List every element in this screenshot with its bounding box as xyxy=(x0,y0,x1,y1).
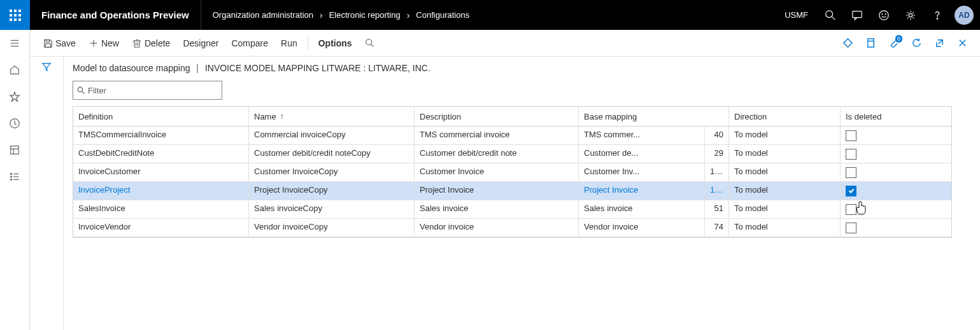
table-row[interactable]: InvoiceCustomerCustomer InvoiceCopyCusto… xyxy=(73,163,951,182)
cell-base-mapping-id[interactable]: 40 xyxy=(705,127,729,144)
table-row[interactable]: TMSCommercialInvoiceCommercial invoiceCo… xyxy=(73,127,951,145)
cell-description[interactable]: Customer debit/credit note xyxy=(415,145,579,163)
column-header-direction[interactable]: Direction xyxy=(729,107,841,126)
nav-toggle-button[interactable] xyxy=(0,30,30,57)
help-button[interactable] xyxy=(924,0,951,30)
table-row[interactable]: InvoiceProjectProject InvoiceCopyProject… xyxy=(73,182,951,200)
cell-definition[interactable]: InvoiceProject xyxy=(73,182,249,200)
cell-base-mapping[interactable]: Vendor invoice xyxy=(579,219,705,237)
waffle-button[interactable] xyxy=(0,0,30,30)
cell-name[interactable]: Customer debit/credit noteCopy xyxy=(249,145,415,163)
options-button[interactable]: Options xyxy=(312,30,359,56)
favorites-button[interactable] xyxy=(0,83,30,110)
company-code[interactable]: USMF xyxy=(776,10,817,20)
cell-description[interactable]: TMS commercial invoice xyxy=(415,127,579,144)
column-header-name[interactable]: Name↑ xyxy=(249,107,415,126)
cell-description[interactable]: Vendor invoice xyxy=(415,219,579,237)
column-header-base-mapping[interactable]: Base mapping xyxy=(579,107,729,126)
modules-button[interactable] xyxy=(0,163,30,190)
is-deleted-checkbox[interactable] xyxy=(846,149,856,160)
cell-definition[interactable]: TMSCommercialInvoice xyxy=(73,127,249,144)
table-row[interactable]: SalesInvoiceSales invoiceCopySales invoi… xyxy=(73,200,951,219)
svg-rect-6 xyxy=(10,18,12,21)
cell-description[interactable]: Customer Invoice xyxy=(415,163,579,181)
cell-is-deleted xyxy=(841,163,914,181)
is-deleted-checkbox[interactable] xyxy=(846,223,856,233)
designer-button[interactable]: Designer xyxy=(176,30,225,56)
clock-icon xyxy=(9,118,20,129)
cell-base-mapping-id[interactable]: 29 xyxy=(705,145,729,163)
cell-direction[interactable]: To model xyxy=(729,145,841,163)
column-header-description[interactable]: Description xyxy=(415,107,579,126)
grid-filter-input[interactable] xyxy=(88,86,218,95)
cell-name[interactable]: Customer InvoiceCopy xyxy=(249,163,415,181)
diamond-icon xyxy=(842,38,853,48)
is-deleted-checkbox[interactable] xyxy=(846,130,856,141)
cell-direction[interactable]: To model xyxy=(729,200,841,218)
compare-button[interactable]: Compare xyxy=(225,30,274,56)
is-deleted-checkbox[interactable] xyxy=(846,167,856,178)
column-header-is-deleted[interactable]: Is deleted xyxy=(841,107,914,126)
cell-name[interactable]: Vendor invoiceCopy xyxy=(249,219,415,237)
save-button[interactable]: Save xyxy=(36,30,82,56)
cell-name[interactable]: Sales invoiceCopy xyxy=(249,200,415,218)
messages-button[interactable] xyxy=(844,0,870,30)
cell-definition[interactable]: CustDebitCreditNote xyxy=(73,145,249,163)
popout-button[interactable] xyxy=(928,30,951,57)
table-row[interactable]: CustDebitCreditNoteCustomer debit/credit… xyxy=(73,145,951,163)
cell-base-mapping-id[interactable]: 51 xyxy=(705,200,729,218)
is-deleted-checkbox[interactable] xyxy=(846,186,856,196)
personalize-button[interactable] xyxy=(836,30,859,57)
cell-base-mapping[interactable]: Customer de... xyxy=(579,145,705,163)
svg-rect-31 xyxy=(45,43,50,46)
cell-definition[interactable]: SalesInvoice xyxy=(73,200,249,218)
column-header-definition[interactable]: Definition xyxy=(73,107,249,126)
settings-button[interactable] xyxy=(897,0,924,30)
home-button[interactable] xyxy=(0,57,30,83)
svg-rect-5 xyxy=(18,14,21,17)
breadcrumb-item-1[interactable]: Electronic reporting xyxy=(329,10,401,20)
cell-description[interactable]: Sales invoice xyxy=(415,200,579,218)
cell-name[interactable]: Commercial invoiceCopy xyxy=(249,127,415,144)
run-button[interactable]: Run xyxy=(274,30,304,56)
svg-line-46 xyxy=(82,92,84,93)
svg-rect-4 xyxy=(14,14,17,17)
cell-description[interactable]: Project Invoice xyxy=(415,182,579,200)
feedback-button[interactable] xyxy=(870,0,897,30)
cell-definition[interactable]: InvoiceVendor xyxy=(73,219,249,237)
search-button[interactable] xyxy=(817,0,844,30)
breadcrumb-item-0[interactable]: Organization administration xyxy=(213,10,313,20)
is-deleted-checkbox[interactable] xyxy=(846,204,856,215)
cell-direction[interactable]: To model xyxy=(729,127,841,144)
cell-base-mapping-id[interactable]: 127 xyxy=(705,163,729,181)
cell-definition[interactable]: InvoiceCustomer xyxy=(73,163,249,181)
cell-name[interactable]: Project InvoiceCopy xyxy=(249,182,415,200)
delete-button[interactable]: Delete xyxy=(125,30,176,56)
cell-base-mapping-id[interactable]: 112 xyxy=(705,182,729,200)
plus-icon xyxy=(89,38,99,48)
chat-icon xyxy=(851,10,863,21)
new-button[interactable]: New xyxy=(82,30,125,56)
recent-button[interactable] xyxy=(0,110,30,137)
close-button[interactable] xyxy=(951,30,974,57)
breadcrumb-item-2[interactable]: Configurations xyxy=(416,10,469,20)
page-options-button[interactable] xyxy=(859,30,882,57)
attachments-button[interactable]: 0 xyxy=(882,30,905,57)
cell-direction[interactable]: To model xyxy=(729,219,841,237)
table-row[interactable]: InvoiceVendorVendor invoiceCopyVendor in… xyxy=(73,219,951,237)
find-button[interactable] xyxy=(359,30,384,56)
cell-base-mapping[interactable]: Project Invoice xyxy=(579,182,705,200)
page-title-right: INVOICE MODEL MAPPING LITWARE : LITWARE,… xyxy=(205,63,430,73)
cell-direction[interactable]: To model xyxy=(729,163,841,181)
cell-base-mapping-id[interactable]: 74 xyxy=(705,219,729,237)
svg-point-13 xyxy=(882,13,883,14)
cell-base-mapping[interactable]: TMS commer... xyxy=(579,127,705,144)
avatar[interactable]: AD xyxy=(955,6,974,25)
workspaces-button[interactable] xyxy=(0,137,30,163)
grid-filter-box[interactable] xyxy=(73,81,222,100)
cell-base-mapping[interactable]: Sales invoice xyxy=(579,200,705,218)
filter-pane-toggle[interactable] xyxy=(30,57,63,330)
cell-base-mapping[interactable]: Customer Inv... xyxy=(579,163,705,181)
refresh-button[interactable] xyxy=(905,30,928,57)
cell-direction[interactable]: To model xyxy=(729,182,841,200)
